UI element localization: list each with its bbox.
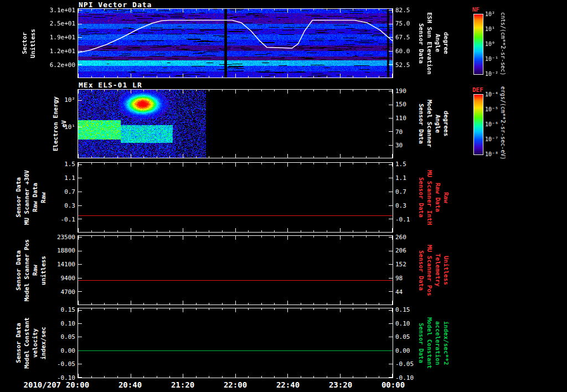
y-tick-label: 0.10 <box>32 319 75 327</box>
tick-mark <box>78 377 82 378</box>
tick-mark <box>91 156 92 158</box>
tick-mark <box>222 308 223 310</box>
tick-mark <box>131 374 131 378</box>
axis-title-line: Model Constant <box>426 317 433 369</box>
tick-mark <box>353 236 353 238</box>
tick-mark <box>131 236 131 240</box>
tick-mark <box>117 303 118 305</box>
tick-mark <box>274 163 275 164</box>
axis-title-line: Model Scanner <box>426 100 433 147</box>
tick-mark <box>91 230 92 232</box>
tick-mark <box>235 90 236 94</box>
tick-mark <box>78 264 82 265</box>
tick-mark <box>340 236 341 240</box>
y-tick-label: 82.5 <box>395 6 426 13</box>
tick-mark <box>261 90 262 91</box>
tick-mark <box>379 236 379 238</box>
tick-mark <box>389 24 393 24</box>
tick-mark <box>209 308 209 310</box>
axis-title-line: degrees <box>442 111 450 136</box>
tick-mark <box>196 230 197 232</box>
colorbar-tick-label: 10⁰ <box>485 41 495 47</box>
y-tick-label: 152 <box>395 261 426 268</box>
y-tick-label: 30 <box>395 142 426 149</box>
tick-mark <box>389 205 393 206</box>
x-axis-tick-label: 23:20 <box>323 380 358 389</box>
tick-mark <box>261 236 262 238</box>
tick-mark <box>91 76 92 78</box>
tick-mark <box>261 376 262 378</box>
tick-mark <box>235 236 236 240</box>
els-spectrogram-image <box>78 90 393 158</box>
tick-mark <box>379 230 379 232</box>
tick-mark <box>104 230 105 232</box>
y-tick-label: 60.0 <box>395 48 426 55</box>
tick-mark <box>196 90 197 91</box>
x-axis-tick-label: 22:00 <box>218 380 253 389</box>
tick-mark <box>248 76 249 78</box>
y-tick-label: 1.2e+01 <box>32 48 75 55</box>
axis-title-line: Unitless <box>442 256 450 285</box>
y-tick-label: -0.1 <box>395 215 426 223</box>
tick-mark <box>235 9 236 13</box>
tick-mark <box>248 156 249 158</box>
tick-mark <box>327 230 327 232</box>
tick-mark <box>78 37 82 38</box>
tick-mark <box>389 164 393 165</box>
tick-mark <box>196 163 197 164</box>
tick-mark <box>389 337 393 337</box>
tick-mark <box>117 376 118 378</box>
tick-mark <box>117 156 118 158</box>
y-tick-label: 0.15 <box>395 306 426 313</box>
tick-mark <box>209 156 209 158</box>
tick-mark <box>287 374 288 378</box>
tick-mark <box>287 228 288 232</box>
y-tick-label: 0.05 <box>32 333 75 341</box>
tick-mark <box>389 131 393 132</box>
tick-mark <box>389 37 393 38</box>
tick-mark <box>222 9 223 11</box>
y-tick-label: 1.5 <box>395 160 426 167</box>
tick-mark <box>91 376 92 378</box>
tick-mark <box>196 376 197 378</box>
tick-mark <box>274 236 275 238</box>
tick-mark <box>157 90 157 91</box>
y-ticklabels-left-scanner-pos: 23500188001410094004700 <box>32 235 75 305</box>
tick-mark <box>340 9 341 13</box>
tick-mark <box>104 156 105 158</box>
tick-mark <box>379 308 379 310</box>
tick-mark <box>274 156 275 158</box>
y-tick-label: 9400 <box>32 275 75 282</box>
y-tick-label: -0.05 <box>32 360 75 368</box>
tick-mark <box>196 76 197 78</box>
tick-mark <box>313 376 314 378</box>
panel-title-els: MEx ELS-01 LR <box>79 81 142 89</box>
tick-mark <box>301 90 301 91</box>
y-tick-label: 260 <box>395 233 426 240</box>
tick-mark <box>143 308 144 310</box>
data-line <box>78 280 393 281</box>
tick-mark <box>143 236 144 238</box>
tick-mark <box>340 308 341 312</box>
tick-mark <box>78 154 79 158</box>
tick-mark <box>196 303 197 305</box>
npi-spectrogram-image <box>78 9 393 78</box>
y-tick-label: 4700 <box>32 288 75 296</box>
colorbar-tick-label: 10⁻¹ <box>485 56 498 62</box>
tick-mark <box>366 236 367 238</box>
tick-mark <box>78 237 82 238</box>
y-tick-label: 75.0 <box>395 20 426 27</box>
tick-mark <box>183 301 183 305</box>
y-tick-label: 150 <box>395 101 426 108</box>
axis-title-line: MU Scanner +30V <box>23 170 30 225</box>
tick-mark <box>104 90 105 91</box>
tick-mark <box>389 310 393 311</box>
tick-mark <box>366 163 367 164</box>
tick-mark <box>379 303 379 305</box>
tick-mark <box>78 337 82 337</box>
tick-mark <box>209 76 209 78</box>
tick-mark <box>78 228 79 232</box>
y-ticklabels-left-npi: 3.1e+012.5e+011.9e+011.2e+016.2e+00 <box>32 8 75 78</box>
tick-mark <box>340 228 341 232</box>
tick-mark <box>222 90 223 91</box>
